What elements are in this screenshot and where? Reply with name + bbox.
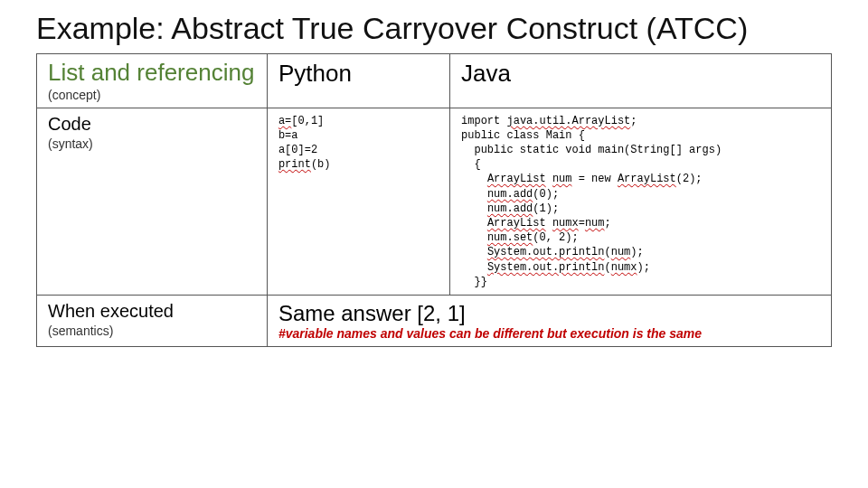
code-row: Code (syntax) a=[0,1] b=a a[0]=2 print(b… <box>37 108 832 295</box>
java-header: Java <box>461 60 511 87</box>
exec-row: When executed (semantics) Same answer [2… <box>37 295 832 346</box>
exec-answer-cell: Same answer [2, 1] #variable names and v… <box>267 295 831 346</box>
java-code-cell: import java.util.ArrayList; public class… <box>450 108 832 295</box>
python-code-cell: a=[0,1] b=a a[0]=2 print(b) <box>267 108 449 295</box>
slide-title: Example: Abstract True Carryover Constru… <box>36 11 832 46</box>
exec-row-sub: (semantics) <box>48 324 258 338</box>
exec-answer-note: #variable names and values can be differ… <box>278 326 822 341</box>
concept-header-sub: (concept) <box>48 88 258 102</box>
code-row-label: Code <box>48 114 91 134</box>
python-header: Python <box>278 60 352 87</box>
concept-header-cell: List and referencing (concept) <box>37 54 268 108</box>
concept-header-main: List and referencing <box>48 59 254 86</box>
table-header-row: List and referencing (concept) Python Ja… <box>37 54 832 108</box>
exec-answer-main: Same answer [2, 1] <box>278 301 822 326</box>
code-row-label-cell: Code (syntax) <box>37 108 268 295</box>
slide: Example: Abstract True Carryover Constru… <box>0 0 868 365</box>
code-row-sub: (syntax) <box>48 136 258 151</box>
java-header-cell: Java <box>450 54 832 108</box>
exec-row-label: When executed <box>48 301 174 321</box>
python-code-block: a=[0,1] b=a a[0]=2 print(b) <box>278 114 440 173</box>
exec-row-label-cell: When executed (semantics) <box>37 295 268 346</box>
comparison-table: List and referencing (concept) Python Ja… <box>36 53 832 347</box>
python-header-cell: Python <box>267 54 449 108</box>
java-code-block: import java.util.ArrayList; public class… <box>461 114 822 289</box>
